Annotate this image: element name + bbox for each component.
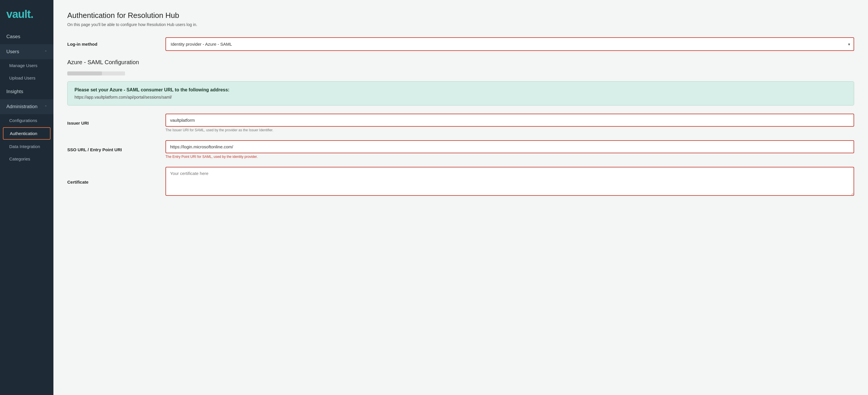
login-method-control: Identity provider - Azure - SAML Local a… xyxy=(165,37,854,51)
saml-section: Azure - SAML Configuration Please set yo… xyxy=(67,59,854,197)
sidebar-item-insights[interactable]: Insights xyxy=(0,84,54,99)
issuer-uri-control: The Issuer URI for SAML, used by the pro… xyxy=(165,114,854,132)
sidebar-sub-item-categories[interactable]: Categories xyxy=(0,153,54,165)
main-content: Authentication for Resolution Hub On thi… xyxy=(54,0,868,395)
issuer-uri-row: Issuer URI The Issuer URI for SAML, used… xyxy=(67,114,854,132)
sso-url-label: SSO URL / Entry Point URI xyxy=(67,147,165,152)
sidebar-item-cases-label: Cases xyxy=(6,34,20,39)
page-subtitle: On this page you'll be able to configure… xyxy=(67,22,854,27)
sidebar-item-administration[interactable]: Administration ⌃ xyxy=(0,99,54,114)
certificate-textarea[interactable] xyxy=(165,167,854,196)
issuer-uri-hint: The Issuer URI for SAML, used by the pro… xyxy=(165,128,854,132)
certificate-control xyxy=(165,167,854,197)
sidebar-sub-item-authentication[interactable]: Authentication xyxy=(3,127,51,140)
saml-info-box: Please set your Azure - SAML consumer UR… xyxy=(67,81,854,106)
saml-section-title: Azure - SAML Configuration xyxy=(67,59,854,66)
users-chevron-icon: ⌃ xyxy=(44,50,47,54)
sidebar-sub-item-data-integration[interactable]: Data Integration xyxy=(0,140,54,153)
sso-url-row: SSO URL / Entry Point URI The Entry Poin… xyxy=(67,140,854,159)
page-title: Authentication for Resolution Hub xyxy=(67,11,854,20)
sidebar-item-insights-label: Insights xyxy=(6,89,23,94)
certificate-row: Certificate xyxy=(67,167,854,197)
sidebar-item-cases[interactable]: Cases xyxy=(0,29,54,44)
issuer-uri-input[interactable] xyxy=(165,114,854,126)
sidebar-item-users-label: Users xyxy=(6,49,19,55)
sidebar: vault. Cases Users ⌃ Manage Users Upload… xyxy=(0,0,54,395)
administration-chevron-icon: ⌃ xyxy=(44,105,47,109)
logo-text: vault. xyxy=(6,8,33,20)
login-method-row: Log-in method Identity provider - Azure … xyxy=(67,37,854,51)
sidebar-item-users[interactable]: Users ⌃ xyxy=(0,44,54,59)
sso-url-control: The Entry Point URI for SAML, used by th… xyxy=(165,140,854,159)
sso-url-input[interactable] xyxy=(165,140,854,153)
login-method-label: Log-in method xyxy=(67,41,165,47)
loader-bar-fill xyxy=(67,72,102,76)
sidebar-item-administration-label: Administration xyxy=(6,104,37,110)
sso-url-hint: The Entry Point URI for SAML, used by th… xyxy=(165,155,854,159)
login-method-select[interactable]: Identity provider - Azure - SAML Local a… xyxy=(165,37,854,51)
info-box-title: Please set your Azure - SAML consumer UR… xyxy=(74,87,847,92)
certificate-label: Certificate xyxy=(67,179,165,185)
login-method-select-wrapper: Identity provider - Azure - SAML Local a… xyxy=(165,37,854,51)
info-box-url: https://app.vaultplatform.com/api/portal… xyxy=(74,95,847,100)
sidebar-sub-item-manage-users[interactable]: Manage Users xyxy=(0,59,54,72)
logo: vault. xyxy=(0,0,54,29)
sidebar-sub-item-upload-users[interactable]: Upload Users xyxy=(0,72,54,84)
loader-bar xyxy=(67,72,125,76)
sidebar-sub-item-configurations[interactable]: Configurations xyxy=(0,114,54,126)
issuer-uri-label: Issuer URI xyxy=(67,120,165,125)
